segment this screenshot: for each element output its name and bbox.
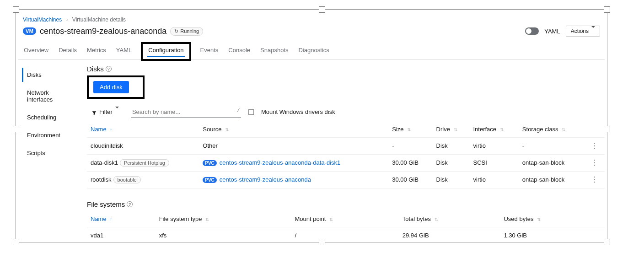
tab-bar: Overview Details Metrics YAML Configurat… [18,42,605,59]
cell-drive: Disk [433,155,470,172]
breadcrumb: VirtualMachines VirtualMachine details [18,13,605,26]
status-badge: Running [170,27,203,36]
sort-asc-icon: ↑ [110,217,112,222]
caret-down-icon [591,28,595,34]
resize-handle [319,239,325,245]
filesystems-table: Name ↑ File system type ⇅ Mount point ⇅ [87,211,605,240]
filter-dropdown[interactable]: Filter [87,106,124,118]
resize-handle [319,6,325,13]
search-field[interactable]: / [131,107,241,118]
yaml-toggle[interactable] [525,27,539,35]
fs-col-mount-label: Mount point [295,215,326,222]
source-link[interactable]: centos-stream9-zealous-anaconda-data-dis… [220,159,340,166]
add-disk-button[interactable]: Add disk [93,81,129,93]
help-icon[interactable] [127,201,133,207]
source-text: Other [199,138,388,155]
cell-size: - [388,138,432,155]
fs-cell-mount: / [291,227,398,240]
actions-dropdown[interactable]: Actions [566,26,600,37]
cell-size: 30.00 GiB [388,155,432,172]
col-storage-class[interactable]: Storage class ⇅ [519,121,585,138]
col-source[interactable]: Source ⇅ [199,121,388,138]
config-sidenav: Disks Network interfaces Scheduling Envi… [18,59,78,164]
sort-asc-icon: ↑ [110,127,112,132]
sort-icon: ⇅ [500,127,504,132]
fs-col-used[interactable]: Used bytes ⇅ [500,211,605,227]
col-drive[interactable]: Drive ⇅ [433,121,470,138]
sidenav-scripts[interactable]: Scripts [22,146,78,160]
sort-icon: ⇅ [435,217,438,222]
col-size[interactable]: Size ⇅ [388,121,432,138]
tab-diagnostics[interactable]: Diagnostics [297,42,330,59]
tab-console[interactable]: Console [227,42,251,59]
funnel-icon [92,110,97,114]
col-interface-label: Interface [473,126,497,133]
tab-snapshots[interactable]: Snapshots [259,42,289,59]
disks-section-title: Disks [87,65,605,73]
tab-details[interactable]: Details [58,42,78,59]
title-bar: VM centos-stream9-zealous-anaconda Runni… [18,26,605,42]
table-row: rootdiskbootablePVCcentos-stream9-zealou… [87,172,605,188]
sort-icon: ⇅ [537,217,541,222]
col-interface[interactable]: Interface ⇅ [470,121,519,138]
sort-icon: ⇅ [407,127,411,132]
sidenav-scheduling[interactable]: Scheduling [22,110,78,124]
pvc-badge: PVC [203,160,217,166]
fs-col-total[interactable]: Total bytes ⇅ [399,211,500,227]
cell-interface: virtio [470,138,519,155]
disk-tag: bootable [113,176,141,183]
cell-drive: Disk [433,138,470,155]
breadcrumb-separator-icon [64,16,71,23]
sidenav-network[interactable]: Network interfaces [22,86,78,107]
tab-yaml[interactable]: YAML [115,42,133,59]
yaml-label: YAML [544,28,560,35]
kebab-menu-icon[interactable]: ⋮ [588,142,601,150]
sidenav-disks[interactable]: Disks [22,68,78,82]
source-link[interactable]: centos-stream9-zealous-anaconda [220,176,311,183]
resize-handle [604,6,610,13]
caret-down-icon [115,108,119,115]
add-disk-highlight-frame: Add disk [87,75,145,99]
kebab-menu-icon[interactable]: ⋮ [588,159,601,167]
kebab-menu-icon[interactable]: ⋮ [588,176,601,183]
cell-size: 30.00 GiB [388,172,432,188]
tab-overview[interactable]: Overview [23,42,49,59]
filesystems-title-text: File systems [87,200,125,208]
disks-table: Name ↑ Source ⇅ Size ⇅ [87,121,605,188]
cell-storage_class: ontap-san-block [519,155,585,172]
vm-badge: VM [23,27,36,35]
filesystems-section-title: File systems [87,200,605,208]
mount-windows-checkbox[interactable] [248,109,254,115]
sort-icon: ⇅ [562,127,565,132]
sort-icon: ⇅ [329,217,333,222]
tab-configuration[interactable]: Configuration [141,42,191,61]
fs-col-type[interactable]: File system type ⇅ [156,211,291,227]
fs-col-type-label: File system type [159,215,202,222]
search-input[interactable] [131,107,236,117]
breadcrumb-root[interactable]: VirtualMachines [23,16,62,23]
col-drive-label: Drive [436,126,450,133]
fs-col-name-label: Name [91,215,107,222]
sidenav-environment[interactable]: Environment [22,128,78,142]
tab-metrics[interactable]: Metrics [86,42,107,59]
fs-col-name[interactable]: Name ↑ [87,211,156,227]
help-icon[interactable] [106,66,112,72]
cell-drive: Disk [433,172,470,188]
tab-events[interactable]: Events [199,42,220,59]
actions-label: Actions [571,28,589,34]
sort-icon: ⇅ [225,127,229,132]
fs-col-mount[interactable]: Mount point ⇅ [291,211,398,227]
cell-interface: SCSI [470,155,519,172]
pvc-badge: PVC [203,177,217,183]
disk-name: data-disk1 [91,159,118,166]
sort-icon: ⇅ [205,217,209,222]
col-name[interactable]: Name ↑ [87,121,199,138]
fs-cell-name: vda1 [87,227,156,240]
fs-cell-fstype: xfs [156,227,291,240]
slash-hint: / [236,107,241,117]
resize-handle [604,126,610,132]
disk-name: rootdisk [91,176,112,183]
resize-handle [13,239,19,245]
disk-tag: Persistent Hotplug [120,159,169,167]
cell-interface: virtio [470,172,519,188]
